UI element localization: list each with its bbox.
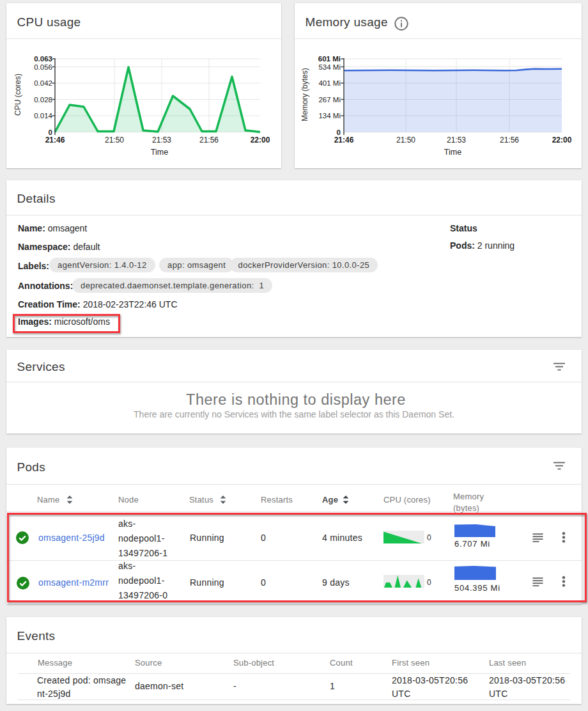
svg-text:0.014: 0.014 — [34, 112, 52, 120]
svg-text:0.028: 0.028 — [34, 96, 52, 104]
svg-text:0: 0 — [337, 129, 341, 136]
svg-text:21:53: 21:53 — [447, 136, 466, 145]
svg-text:Memory (bytes): Memory (bytes) — [300, 68, 309, 121]
svg-text:134 Mi: 134 Mi — [318, 112, 341, 120]
svg-text:21:46: 21:46 — [45, 136, 65, 145]
svg-text:534 Mi: 534 Mi — [318, 63, 341, 71]
svg-text:21:56: 21:56 — [199, 136, 219, 145]
svg-text:21:53: 21:53 — [152, 136, 171, 145]
svg-text:22:00: 22:00 — [552, 136, 572, 145]
svg-text:601 Mi: 601 Mi — [318, 55, 341, 63]
svg-text:267 Mi: 267 Mi — [318, 96, 341, 104]
svg-text:21:50: 21:50 — [105, 136, 124, 145]
svg-text:401 Mi: 401 Mi — [318, 79, 341, 87]
svg-text:Time: Time — [444, 148, 461, 157]
svg-text:0.042: 0.042 — [34, 79, 52, 87]
svg-text:21:50: 21:50 — [396, 136, 415, 145]
svg-text:0.063: 0.063 — [34, 55, 52, 63]
svg-text:Time: Time — [151, 148, 168, 157]
svg-text:CPU (cores): CPU (cores) — [13, 74, 22, 116]
svg-text:0: 0 — [49, 129, 52, 136]
svg-text:21:56: 21:56 — [500, 136, 519, 145]
svg-text:21:46: 21:46 — [334, 136, 354, 145]
svg-text:0.056: 0.056 — [34, 63, 52, 71]
svg-text:22:00: 22:00 — [251, 136, 270, 145]
